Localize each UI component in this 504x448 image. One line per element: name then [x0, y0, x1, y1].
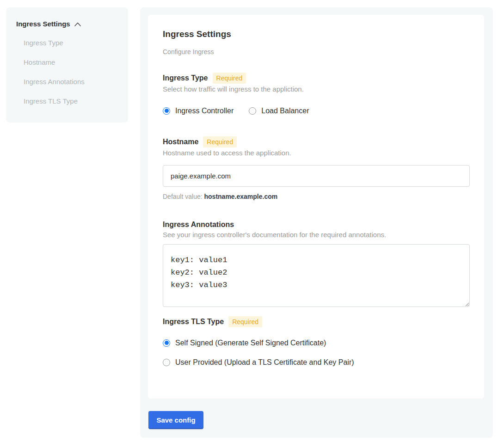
sidebar-item-ingress-tls-type[interactable]: Ingress TLS Type — [24, 98, 120, 105]
radio-label-load-balancer[interactable]: Load Balancer — [261, 106, 309, 115]
required-badge: Required — [203, 136, 237, 147]
page-title: Ingress Settings — [163, 29, 469, 39]
radio-icon-load-balancer[interactable] — [249, 107, 256, 115]
save-config-button[interactable]: Save config — [148, 411, 203, 429]
radio-option-self-signed[interactable]: Self Signed (Generate Self Signed Certif… — [163, 338, 469, 347]
sidebar-item-ingress-annotations[interactable]: Ingress Annotations — [24, 78, 120, 86]
radio-label-ingress-controller[interactable]: Ingress Controller — [175, 106, 234, 115]
field-ingress-type: Ingress Type Required Select how traffic… — [163, 73, 469, 115]
field-hostname: Hostname Required Hostname used to acces… — [163, 136, 469, 201]
hostname-default-value: Default value: hostname.example.com — [163, 193, 469, 201]
field-label-ingress-annotations: Ingress Annotations — [163, 220, 234, 229]
required-badge: Required — [228, 316, 262, 327]
radio-option-load-balancer[interactable]: Load Balancer — [249, 106, 309, 115]
chevron-up-icon — [74, 22, 81, 26]
page-subtitle: Configure Ingress — [163, 48, 469, 56]
radio-option-ingress-controller[interactable]: Ingress Controller — [163, 106, 234, 115]
hostname-input[interactable] — [163, 165, 470, 187]
field-label-ingress-tls-type: Ingress TLS Type — [163, 317, 224, 326]
required-badge: Required — [213, 73, 246, 84]
radio-icon-ingress-controller[interactable] — [163, 107, 170, 115]
field-help-ingress-type: Select how traffic will ingress to the a… — [163, 85, 469, 93]
field-ingress-annotations: Ingress Annotations See your ingress con… — [163, 220, 469, 307]
ingress-type-radio-group: Ingress Controller Load Balancer — [163, 106, 469, 115]
radio-label-user-provided[interactable]: User Provided (Upload a TLS Certificate … — [175, 358, 354, 367]
ingress-tls-type-radio-group: Self Signed (Generate Self Signed Certif… — [163, 338, 469, 367]
sidebar-group-label: Ingress Settings — [16, 20, 70, 28]
ingress-annotations-textarea[interactable]: key1: value1 key2: value2 key3: value3 — [163, 244, 470, 307]
sidebar-item-hostname[interactable]: Hostname — [24, 59, 120, 66]
radio-icon-self-signed[interactable] — [163, 339, 170, 347]
sidebar-item-ingress-type[interactable]: Ingress Type — [24, 39, 120, 47]
ingress-settings-card: Ingress Settings Configure Ingress Ingre… — [148, 15, 484, 399]
field-help-ingress-annotations: See your ingress controller's documentat… — [163, 231, 469, 239]
field-label-hostname: Hostname — [163, 137, 198, 147]
field-ingress-tls-type: Ingress TLS Type Required Self Signed (G… — [163, 316, 469, 367]
radio-option-user-provided[interactable]: User Provided (Upload a TLS Certificate … — [163, 358, 469, 367]
config-panel: Ingress Settings Configure Ingress Ingre… — [140, 7, 493, 438]
radio-label-self-signed[interactable]: Self Signed (Generate Self Signed Certif… — [175, 338, 326, 347]
default-value-prefix: Default value: — [163, 193, 204, 200]
field-label-ingress-type: Ingress Type — [163, 74, 208, 83]
radio-icon-user-provided[interactable] — [163, 359, 170, 366]
default-value-text: hostname.example.com — [204, 193, 278, 200]
config-nav-sidebar: Ingress Settings Ingress Type Hostname I… — [6, 7, 128, 123]
sidebar-group-ingress-settings[interactable]: Ingress Settings — [16, 20, 120, 28]
sidebar-item-list: Ingress Type Hostname Ingress Annotation… — [16, 39, 120, 105]
field-help-hostname: Hostname used to access the application. — [163, 149, 469, 157]
